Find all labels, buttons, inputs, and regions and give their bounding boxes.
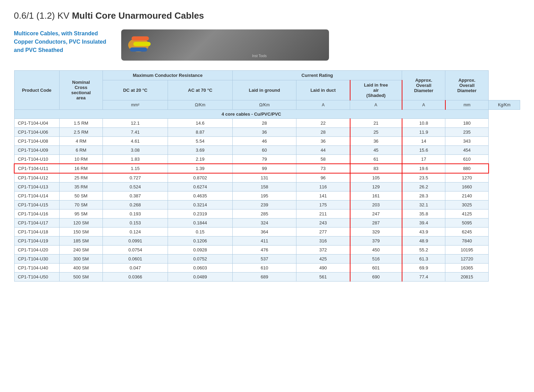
cell-duct: 211: [296, 210, 350, 219]
unit-kgkm: Kg/Km: [489, 100, 520, 110]
cell-weight: 7840: [445, 237, 489, 246]
cell-area: 70 SM: [59, 201, 103, 210]
intro-section: Multicore Cables, with StrandedCopper Co…: [14, 29, 520, 61]
page-title: 0.6/1 (1.2) KV Multi Core Unarmoured Cab…: [14, 10, 520, 21]
unit-a-free: A: [402, 100, 445, 110]
cell-ground: 476: [233, 246, 296, 255]
cell-diameter: 15.6: [402, 146, 445, 155]
intro-text: Multicore Cables, with StrandedCopper Co…: [14, 29, 111, 54]
cell-dc20: 0.124: [103, 228, 168, 237]
cell-weight: 12720: [445, 255, 489, 264]
col-header-ac70: AC at 70 °C: [168, 80, 232, 100]
cell-code: CP1-T104-U08: [14, 137, 59, 146]
table-row: CP1-T104-U1010 RM1.832.1979586117610: [14, 155, 520, 164]
cell-duct: 44: [296, 146, 350, 155]
cell-code: CP1-T104-U20: [14, 246, 59, 255]
cell-dc20: 1.83: [103, 155, 168, 164]
cell-free-air: 21: [350, 119, 402, 128]
cell-diameter: 32.1: [402, 201, 445, 210]
cell-diameter: 35.8: [402, 210, 445, 219]
cell-ac70: 0.15: [168, 228, 232, 237]
table-row: CP1-T104-U19185 SM0.09910.12064113163794…: [14, 237, 520, 246]
cable-wire-blue: [130, 47, 147, 52]
cell-code: CP1-T104-U30: [14, 255, 59, 264]
cell-diameter: 14: [402, 137, 445, 146]
cell-ground: 158: [233, 182, 296, 191]
cell-duct: 73: [296, 164, 350, 173]
group-header-row: 4 core cables - Cu/PVC/PVC: [14, 110, 520, 119]
cell-ac70: 5.54: [168, 137, 232, 146]
cell-code: CP1-T104-U12: [14, 173, 59, 182]
cell-free-air: 247: [350, 210, 402, 219]
header-row-1: Product Code Nominal Cross sectional are…: [14, 71, 520, 80]
cell-dc20: 12.1: [103, 119, 168, 128]
table-row: CP1-T104-U041.5 RM12.114.628222110.8180: [14, 119, 520, 128]
table-row: CP1-T104-U1695 SM0.1930.231928521124735.…: [14, 210, 520, 219]
cell-ac70: 0.0489: [168, 273, 232, 282]
cell-dc20: 0.047: [103, 264, 168, 273]
cell-area: 25 RM: [59, 173, 103, 182]
cell-diameter: 11.9: [402, 128, 445, 137]
cell-area: 400 SM: [59, 264, 103, 273]
col-header-product-code: Product Code: [14, 71, 59, 110]
cell-ground: 364: [233, 228, 296, 237]
cell-area: 500 SM: [59, 273, 103, 282]
cell-free-air: 601: [350, 264, 402, 273]
unit-mm: mm: [445, 100, 489, 110]
cell-area: 300 SM: [59, 255, 103, 264]
cell-weight: 20815: [445, 273, 489, 282]
cell-ground: 689: [233, 273, 296, 282]
col-header-laid-duct: Laid in duct: [296, 80, 350, 100]
data-table: Product Code Nominal Cross sectional are…: [14, 70, 520, 282]
cell-weight: 3025: [445, 201, 489, 210]
cell-duct: 141: [296, 191, 350, 201]
cell-ground: 28: [233, 119, 296, 128]
cell-diameter: 55.2: [402, 246, 445, 255]
cell-duct: 561: [296, 273, 350, 282]
cell-duct: 490: [296, 264, 350, 273]
cell-weight: 4125: [445, 210, 489, 219]
cell-code: CP1-T104-U06: [14, 128, 59, 137]
table-row: CP1-T104-U1450 SM0.3870.463519514116128.…: [14, 191, 520, 201]
cell-dc20: 0.524: [103, 182, 168, 191]
cell-area: 10 RM: [59, 155, 103, 164]
cell-free-air: 83: [350, 164, 402, 173]
col-header-nominal-area: Nominal Cross sectional area NominalCros…: [59, 71, 103, 110]
cell-ac70: 0.0928: [168, 246, 232, 255]
cell-area: 50 SM: [59, 191, 103, 201]
table-row: CP1-T104-U17120 SM0.1530.184432424328739…: [14, 219, 520, 228]
cell-ac70: 0.4635: [168, 191, 232, 201]
unit-a-ground: A: [296, 100, 350, 110]
cell-weight: 454: [445, 146, 489, 155]
cell-diameter: 28.3: [402, 191, 445, 201]
table-row: CP1-T104-U40400 SM0.0470.060361049060169…: [14, 264, 520, 273]
cell-area: 4 RM: [59, 137, 103, 146]
cell-ac70: 8.87: [168, 128, 232, 137]
cell-free-air: 105: [350, 173, 402, 182]
cell-ac70: 3.69: [168, 146, 232, 155]
cell-diameter: 19.6: [402, 164, 445, 173]
table-row: CP1-T104-U062.5 RM7.418.8736282511.9235: [14, 128, 520, 137]
cell-code: CP1-T104-U13: [14, 182, 59, 191]
cell-code: CP1-T104-U19: [14, 237, 59, 246]
cell-ground: 411: [233, 237, 296, 246]
cell-duct: 316: [296, 237, 350, 246]
cell-ground: 60: [233, 146, 296, 155]
table-row: CP1-T104-U18150 SM0.1240.1536427732943.9…: [14, 228, 520, 237]
cell-ac70: 0.2319: [168, 210, 232, 219]
table-row: CP1-T104-U30300 SM0.06010.07525374255166…: [14, 255, 520, 264]
col-header-current-rating: Current Rating: [233, 71, 402, 80]
cell-code: CP1-T104-U09: [14, 146, 59, 155]
table-row: CP1-T104-U1335 RM0.5240.627415811612926.…: [14, 182, 520, 191]
cell-diameter: 39.4: [402, 219, 445, 228]
cell-code: CP1-T104-U10: [14, 155, 59, 164]
cell-duct: 22: [296, 119, 350, 128]
cell-free-air: 450: [350, 246, 402, 255]
cell-ac70: 0.1206: [168, 237, 232, 246]
table-row: CP1-T104-U1225 RM0.7270.87021319610523.5…: [14, 173, 520, 182]
cell-free-air: 129: [350, 182, 402, 191]
cell-diameter: 48.9: [402, 237, 445, 246]
cell-dc20: 3.08: [103, 146, 168, 155]
cell-free-air: 379: [350, 237, 402, 246]
cell-duct: 277: [296, 228, 350, 237]
